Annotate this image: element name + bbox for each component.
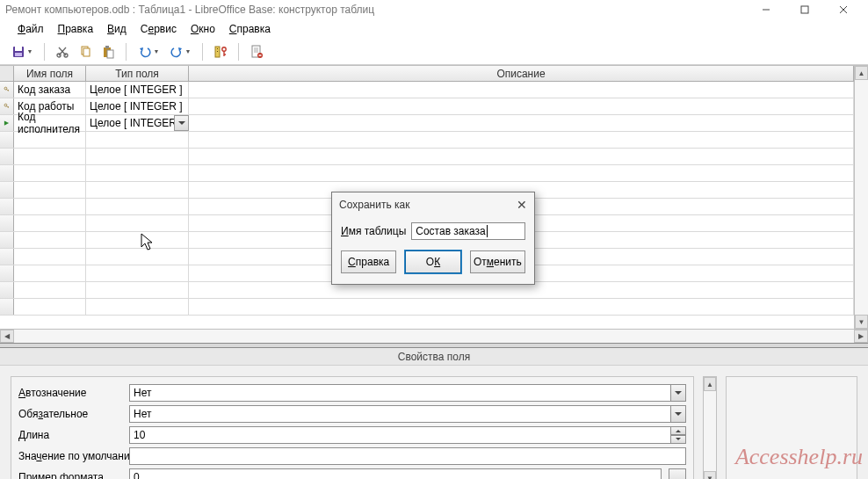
maximize-button[interactable] [785, 0, 824, 19]
toolbar-undo-dropdown[interactable]: ▼ [134, 41, 163, 62]
redo-icon [170, 45, 184, 59]
toolbar-cut[interactable] [52, 41, 73, 62]
scroll-down-button[interactable]: ▼ [855, 315, 868, 329]
menu-edit[interactable]: Правка [51, 20, 101, 38]
key-icon [4, 85, 10, 94]
label-auto-value: Автозначение [18, 387, 124, 399]
dialog-title: Сохранить как [339, 199, 409, 211]
row-header-corner[interactable] [0, 66, 14, 81]
properties-title: Свойства поля [0, 348, 868, 366]
svg-rect-15 [107, 50, 113, 58]
dialog-ok-button[interactable]: ОК [405, 250, 460, 273]
svg-rect-5 [15, 47, 22, 51]
scroll-left-button[interactable]: ◀ [0, 330, 14, 343]
paste-icon [101, 45, 115, 59]
menu-bar: Файл Правка Вид Сервис Окно Справка [0, 19, 868, 39]
menu-view[interactable]: Вид [100, 20, 134, 38]
toolbar-paste[interactable] [98, 41, 119, 62]
svg-rect-6 [15, 53, 22, 56]
table-row[interactable]: Код работы Целое [ INTEGER ] [0, 98, 854, 115]
label-table-name: Имя таблицы [341, 225, 406, 237]
save-as-dialog: Сохранить как ✕ Имя таблицы Состав заказ… [331, 192, 535, 285]
svg-line-30 [8, 90, 9, 91]
table-row-empty[interactable] [0, 132, 854, 149]
cell-field-name[interactable]: Код заказа [14, 82, 86, 98]
table-row-empty[interactable] [0, 149, 854, 165]
vertical-scrollbar[interactable]: ▲ ▼ [854, 66, 868, 329]
horizontal-scrollbar[interactable]: ◀ ▶ [0, 329, 868, 343]
close-button[interactable] [824, 0, 863, 19]
cell-description[interactable] [189, 115, 854, 131]
window-title: Ремонт компьютеров.odb : Таблица1 - Libr… [5, 4, 747, 16]
spin-down-button[interactable] [670, 435, 686, 444]
scroll-up-button[interactable]: ▲ [704, 377, 716, 391]
svg-point-19 [222, 47, 226, 50]
title-bar: Ремонт компьютеров.odb : Таблица1 - Libr… [0, 0, 868, 19]
input-table-name[interactable]: Состав заказа [411, 222, 525, 240]
key-column-icon [213, 45, 228, 59]
cell-field-type-dropdown[interactable]: Целое [ INTEGER ] [86, 115, 189, 131]
table-row[interactable]: Код заказа Целое [ INTEGER ] [0, 82, 854, 98]
table-row-empty[interactable] [0, 165, 854, 182]
toolbar-copy[interactable] [75, 41, 96, 62]
toolbar-redo-dropdown[interactable]: ▼ [165, 41, 195, 62]
dialog-help-button[interactable]: Справка [341, 250, 396, 273]
scroll-up-button[interactable]: ▲ [855, 66, 868, 80]
toolbar-save-dropdown[interactable]: ▼ [7, 41, 37, 62]
toolbar-primary-key[interactable] [210, 41, 231, 62]
properties-panel: Автозначение Нет Обязательное Нет Длина … [0, 366, 868, 479]
toolbar: ▼ ▼ ▼ [0, 39, 868, 65]
field-length[interactable]: 10 [129, 426, 686, 444]
toolbar-index-design[interactable] [246, 41, 267, 62]
field-auto-value[interactable]: Нет [129, 384, 686, 402]
cell-field-name[interactable]: Код исполнителя [14, 115, 86, 131]
table-row-empty[interactable] [0, 299, 854, 316]
format-browse-button[interactable]: … [669, 468, 686, 479]
label-length: Длина [18, 429, 124, 441]
properties-description [726, 376, 857, 479]
cell-field-type[interactable]: Целое [ INTEGER ] [86, 82, 189, 98]
scroll-down-button[interactable]: ▼ [704, 471, 716, 479]
minimize-button[interactable] [747, 0, 785, 19]
chevron-down-icon[interactable] [670, 405, 686, 423]
label-required: Обязательное [18, 408, 124, 420]
dialog-close-button[interactable]: ✕ [517, 198, 527, 212]
menu-file[interactable]: Файл [11, 20, 51, 38]
key-icon [4, 102, 10, 111]
header-description[interactable]: Описание [189, 66, 854, 81]
header-field-name[interactable]: Имя поля [14, 66, 86, 81]
spin-up-button[interactable] [670, 426, 686, 435]
menu-help[interactable]: Справка [222, 20, 278, 38]
svg-rect-1 [801, 6, 808, 13]
field-default-value[interactable] [129, 447, 686, 465]
undo-icon [138, 45, 152, 59]
copy-icon [78, 45, 92, 59]
label-format-example: Пример формата [18, 471, 124, 479]
document-index-icon [250, 45, 264, 59]
header-field-type[interactable]: Тип поля [86, 66, 189, 81]
svg-rect-18 [217, 51, 218, 52]
table-row[interactable]: Код исполнителя Целое [ INTEGER ] [0, 115, 854, 132]
menu-service[interactable]: Сервис [134, 20, 184, 38]
current-row-icon [4, 120, 10, 127]
dialog-cancel-button[interactable]: Отменить [470, 250, 525, 273]
cell-field-type[interactable]: Целое [ INTEGER ] [86, 98, 189, 114]
svg-line-33 [8, 106, 9, 107]
scroll-right-button[interactable]: ▶ [854, 330, 868, 343]
field-required[interactable]: Нет [129, 405, 686, 423]
scissors-icon [55, 45, 69, 59]
menu-window[interactable]: Окно [184, 20, 222, 38]
label-default-value: Значение по умолчанию [18, 450, 124, 462]
svg-rect-17 [217, 48, 218, 49]
svg-rect-12 [83, 48, 90, 56]
cell-description[interactable] [189, 98, 854, 114]
properties-scrollbar[interactable]: ▲ ▼ [703, 376, 717, 479]
grid-header-row: Имя поля Тип поля Описание [0, 66, 854, 82]
field-format-example[interactable]: 0 [129, 468, 662, 479]
save-icon [11, 45, 25, 59]
chevron-down-icon[interactable] [174, 115, 189, 131]
svg-rect-14 [105, 46, 109, 48]
cell-description[interactable] [189, 82, 854, 98]
chevron-down-icon[interactable] [670, 384, 686, 402]
